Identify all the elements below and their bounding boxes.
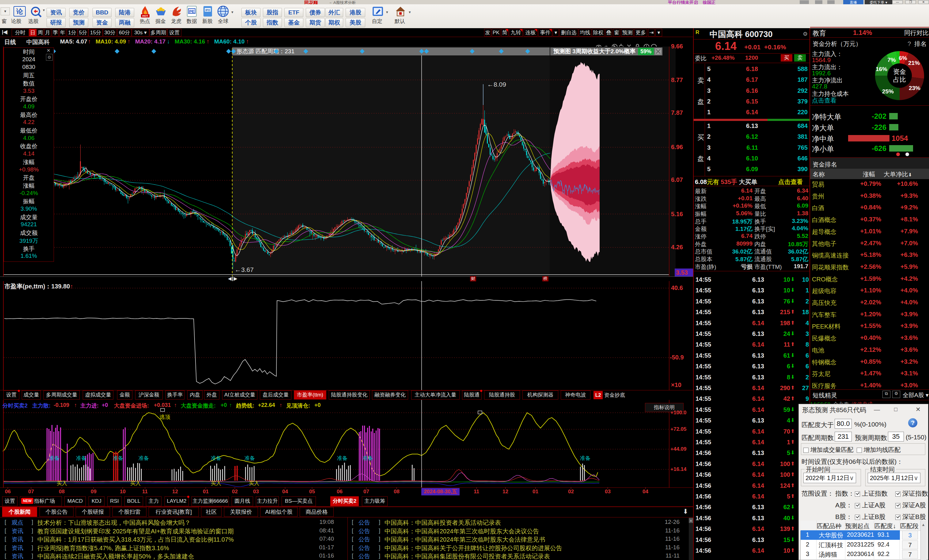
svg-text:资金: 资金 (893, 68, 906, 75)
svg-text:16%: 16% (876, 66, 887, 72)
svg-text:准备: 准备 (337, 455, 348, 461)
svg-text:准备: 准备 (76, 455, 86, 461)
svg-text:形态源 匹配周期：231: 形态源 匹配周期：231 (236, 48, 294, 55)
svg-text:←8.09: ←8.09 (487, 81, 506, 88)
svg-text:6%: 6% (899, 55, 907, 61)
svg-text:PE: PE (189, 9, 195, 14)
svg-text:▾: ▾ (409, 10, 411, 14)
svg-text:7%: 7% (887, 57, 896, 63)
svg-text:准备: 准备 (580, 455, 590, 461)
svg-text:HOT: HOT (143, 14, 149, 17)
svg-text:买入: 买入 (130, 480, 141, 486)
svg-text:←3.67: ←3.67 (235, 266, 254, 273)
svg-text:21%: 21% (908, 60, 920, 66)
svg-text:买入: 买入 (249, 480, 259, 486)
svg-text:准备: 准备 (245, 455, 255, 461)
svg-text:占比: 占比 (893, 76, 906, 83)
svg-text:准备: 准备 (362, 455, 373, 461)
svg-text:买入: 买入 (57, 480, 67, 486)
svg-text:准备: 准备 (138, 455, 149, 461)
svg-text:准备: 准备 (113, 455, 123, 461)
svg-text:23%: 23% (909, 85, 920, 91)
svg-text:IPO: IPO (205, 9, 210, 12)
svg-text:买入: 买入 (211, 480, 221, 486)
svg-text:▾: ▾ (386, 10, 388, 14)
svg-text:准备: 准备 (49, 455, 60, 461)
svg-text:25%: 25% (882, 88, 894, 95)
svg-text:59%: 59% (640, 48, 652, 55)
svg-text:▾: ▾ (231, 10, 233, 14)
svg-text:准备: 准备 (211, 455, 221, 461)
svg-text:预测图 3周期收益大于2.0%概率: 预测图 3周期收益大于2.0%概率 (553, 48, 635, 55)
svg-text:逃顶: 逃顶 (159, 414, 170, 420)
